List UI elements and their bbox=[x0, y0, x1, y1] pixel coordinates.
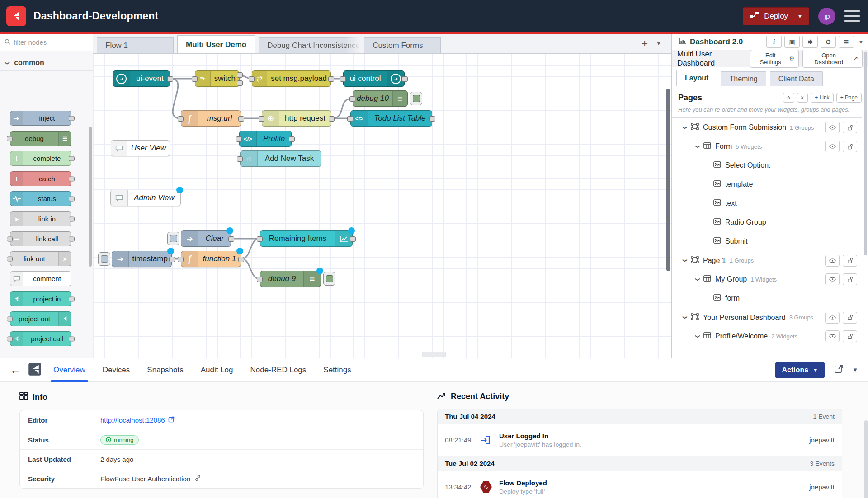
palette-node-project-call[interactable]: project call bbox=[10, 331, 71, 346]
canvas-vertical-scrollbar[interactable] bbox=[666, 89, 670, 271]
tree-group-row[interactable]: ❯ My Group 1 Widgets bbox=[672, 270, 862, 289]
palette-node-link-out[interactable]: link out➤ bbox=[10, 251, 71, 266]
node-set-msg-payload[interactable]: ⇄ set msg.payload bbox=[252, 70, 331, 87]
lock-button[interactable] bbox=[843, 312, 857, 324]
node-inject-clear[interactable]: ➔ Clear bbox=[181, 230, 231, 247]
visibility-button[interactable] bbox=[825, 141, 840, 152]
open-dashboard-button[interactable]: Open Dashboard↗ bbox=[802, 50, 863, 68]
sidebar-scrollbar[interactable] bbox=[864, 52, 867, 255]
visibility-button[interactable] bbox=[825, 273, 840, 285]
deploy-button[interactable]: Deploy ▼ bbox=[743, 7, 809, 25]
editor-link[interactable]: http://localhost:12086 bbox=[100, 416, 175, 424]
tree-widget-row[interactable]: Select Option: bbox=[672, 156, 862, 175]
add-flow-icon[interactable]: + bbox=[642, 37, 648, 50]
context-tab-icon[interactable]: ≣ bbox=[839, 36, 854, 48]
main-menu-icon[interactable] bbox=[844, 10, 860, 22]
tree-widget-row[interactable]: text bbox=[672, 194, 862, 213]
inject-button[interactable] bbox=[167, 232, 179, 245]
tree-group-row[interactable]: ❯ Profile/Welcome 2 Widgets bbox=[672, 327, 862, 346]
palette-section-common[interactable]: ❯ common bbox=[0, 55, 93, 71]
panel-scrollbar[interactable] bbox=[864, 420, 868, 498]
collapse-panel-icon[interactable]: ▼ bbox=[852, 366, 858, 373]
tab-theming[interactable]: Theming bbox=[721, 71, 766, 86]
palette-filter-input[interactable] bbox=[14, 38, 81, 46]
visibility-button[interactable] bbox=[825, 330, 840, 342]
lock-button[interactable] bbox=[843, 255, 857, 267]
node-function-1[interactable]: f function 1 bbox=[181, 251, 241, 267]
canvas-horizontal-scrollbar[interactable] bbox=[422, 352, 446, 357]
deploy-dropdown-caret[interactable]: ▼ bbox=[793, 14, 802, 19]
user-avatar[interactable]: jp bbox=[818, 8, 835, 25]
palette-node-complete[interactable]: !complete bbox=[10, 151, 71, 166]
add-link-button[interactable]: + Link bbox=[811, 93, 833, 103]
node-chart-remaining-items[interactable]: Remaining Items bbox=[260, 230, 353, 247]
flow-canvas[interactable]: ➜ ui-event ⋔ switch ⇄ set msg.payload ui… bbox=[93, 54, 671, 358]
palette-node-status[interactable]: status bbox=[10, 191, 71, 206]
activity-event-row[interactable]: 08:21:49 User Logged In User 'joepavitt'… bbox=[438, 424, 842, 456]
tree-page-row[interactable]: ❯ Custom Form Submission 1 Groups bbox=[672, 118, 862, 137]
debug-toggle-button[interactable] bbox=[323, 272, 335, 286]
tab-nodered-logs[interactable]: Node-RED Logs bbox=[250, 358, 307, 382]
tab-layout[interactable]: Layout bbox=[676, 70, 717, 86]
debug-tab-icon[interactable]: ✱ bbox=[802, 36, 818, 48]
chain-link-icon[interactable] bbox=[194, 475, 201, 483]
flow-tab-2[interactable]: Multi User Demo bbox=[177, 35, 255, 53]
back-arrow-icon[interactable]: ← bbox=[10, 364, 21, 376]
sidebar-tabs-caret-icon[interactable]: ▼ bbox=[859, 39, 863, 45]
tab-client-data[interactable]: Client Data bbox=[770, 71, 823, 86]
tab-overview[interactable]: Overview bbox=[53, 358, 85, 382]
sidebar-tab-dashboard[interactable]: Dashboard 2.0 bbox=[672, 34, 750, 50]
config-tab-icon[interactable]: ⚙ bbox=[821, 36, 836, 48]
node-http-request[interactable]: ⊕ http request bbox=[262, 110, 331, 127]
palette-node-catch[interactable]: !catch bbox=[10, 171, 71, 186]
palette-node-debug[interactable]: debug≡ bbox=[10, 131, 71, 146]
debug-toggle-button[interactable] bbox=[410, 92, 422, 105]
node-ui-control[interactable]: ui control ➜ bbox=[343, 70, 405, 87]
tab-audit-log[interactable]: Audit Log bbox=[201, 358, 233, 382]
palette-node-link-in[interactable]: ➤link in bbox=[10, 211, 71, 226]
node-ui-event[interactable]: ➜ ui-event bbox=[113, 70, 170, 87]
node-inject-timestamp[interactable]: ➔ timestamp bbox=[112, 251, 172, 267]
tree-group-row[interactable]: ❯ Form 5 Widgets bbox=[672, 137, 862, 156]
help-tab-icon[interactable]: ▣ bbox=[784, 36, 800, 48]
palette-scrollbar[interactable] bbox=[89, 127, 92, 267]
tab-devices[interactable]: Devices bbox=[103, 358, 130, 382]
node-debug-10[interactable]: debug 10 ≡ bbox=[353, 90, 408, 107]
activity-event-row[interactable]: 13:34:42 ∿ Flow Deployed Deploy type 'fu… bbox=[438, 471, 842, 498]
edit-settings-button[interactable]: Edit Settings⚙ bbox=[750, 50, 799, 68]
flow-list-caret-icon[interactable]: ▼ bbox=[656, 40, 661, 47]
node-profile[interactable]: </> Profile bbox=[239, 131, 292, 147]
add-page-button[interactable]: + Page bbox=[836, 93, 862, 103]
tree-page-row[interactable]: ❯ Page 1 1 Groups bbox=[672, 251, 862, 270]
visibility-button[interactable] bbox=[825, 255, 840, 267]
palette-node-link-call[interactable]: ➥link call bbox=[10, 231, 71, 246]
tree-widget-row[interactable]: template bbox=[672, 175, 862, 194]
palette-node-project-in[interactable]: project in bbox=[10, 291, 71, 306]
node-add-new-task[interactable]: ☝ Add New Task bbox=[240, 150, 321, 167]
palette-node-project-out[interactable]: project out bbox=[10, 311, 71, 326]
tab-settings[interactable]: Settings bbox=[323, 358, 351, 382]
lock-button[interactable] bbox=[843, 330, 857, 342]
node-comment-user-view[interactable]: User View bbox=[111, 140, 170, 156]
lock-button[interactable] bbox=[843, 141, 857, 152]
lock-button[interactable] bbox=[843, 273, 857, 285]
node-debug-9[interactable]: debug 9 ≡ bbox=[260, 271, 321, 287]
tab-snapshots[interactable]: Snapshots bbox=[147, 358, 183, 382]
lock-button[interactable] bbox=[843, 122, 857, 133]
visibility-button[interactable] bbox=[825, 122, 840, 133]
tree-widget-row[interactable]: Radio Group bbox=[672, 213, 862, 232]
node-todo-list-table[interactable]: </> Todo List Table bbox=[350, 110, 432, 127]
tree-widget-row[interactable]: Submit bbox=[672, 232, 862, 251]
expand-all-button[interactable]: » bbox=[797, 93, 808, 103]
flow-tab-4[interactable]: Custom Forms bbox=[364, 37, 441, 53]
collapse-all-button[interactable]: » bbox=[783, 93, 794, 103]
info-tab-icon[interactable]: i bbox=[766, 36, 782, 48]
actions-button[interactable]: Actions▼ bbox=[775, 362, 826, 378]
flow-tab-1[interactable]: Flow 1 bbox=[97, 37, 174, 53]
node-comment-admin-view[interactable]: Admin View bbox=[110, 190, 181, 206]
inject-button[interactable] bbox=[98, 252, 110, 266]
palette-node-inject[interactable]: ➔inject bbox=[10, 111, 71, 126]
tree-widget-row[interactable]: form bbox=[672, 289, 862, 308]
tree-page-row[interactable]: ❯ Your Personal Dashboard 3 Groups bbox=[672, 308, 862, 327]
visibility-button[interactable] bbox=[825, 312, 840, 324]
